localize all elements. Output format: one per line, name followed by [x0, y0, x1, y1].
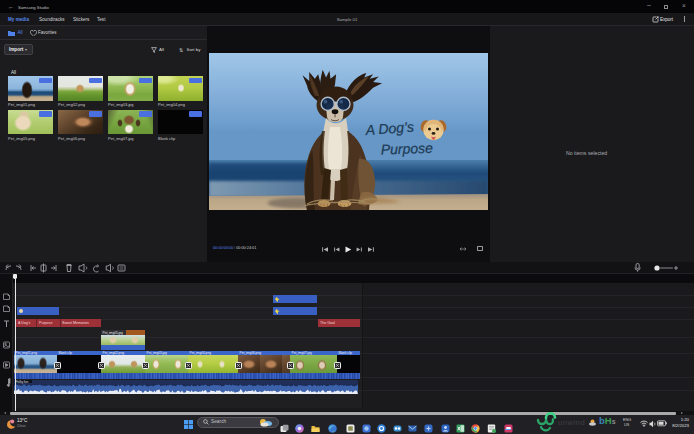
- svg-text:Purpose: Purpose: [381, 140, 434, 158]
- svg-text:A Dog’s: A Dog’s: [364, 119, 414, 138]
